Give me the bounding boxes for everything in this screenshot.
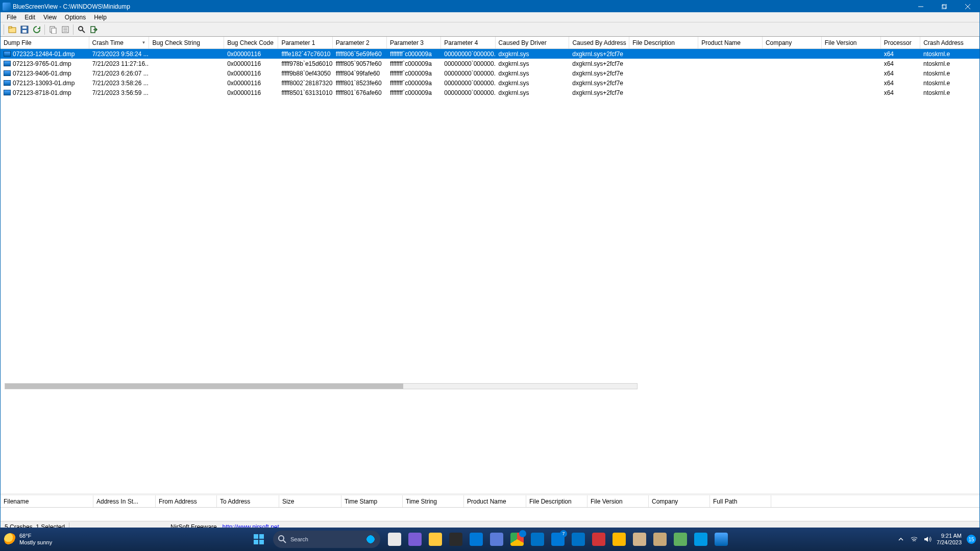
weather-text: 68°F Mostly sunny — [19, 533, 52, 546]
column-header[interactable]: Time String — [403, 495, 464, 507]
menu-edit[interactable]: Edit — [20, 13, 39, 22]
table-row[interactable]: 072123-13093-01.dmp7/21/2023 3:58:26 ...… — [1, 78, 979, 88]
taskbar-calendar[interactable] — [568, 529, 589, 549]
table-cell: ntoskrnl.e — [920, 60, 979, 67]
maximize-button[interactable] — [933, 1, 956, 12]
column-header[interactable]: Time Stamp — [341, 495, 403, 507]
title-bar[interactable]: BlueScreenView - C:\WINDOWS\Minidump — [1, 1, 979, 12]
taskbar-calculator[interactable] — [466, 529, 486, 549]
horizontal-scrollbar[interactable] — [5, 383, 638, 389]
table-cell: fffff9b88`0ef43050 — [278, 70, 332, 77]
notification-icon[interactable]: 15 — [967, 535, 976, 544]
open-button[interactable] — [7, 24, 18, 35]
calculator-icon — [470, 533, 483, 546]
close-button[interactable] — [956, 1, 979, 12]
wifi-icon[interactable] — [910, 535, 918, 543]
taskbar-mail[interactable] — [527, 529, 548, 549]
copy-button[interactable] — [47, 24, 59, 35]
column-header[interactable]: Crash Address — [920, 37, 979, 48]
upper-list-pane[interactable]: Dump FileCrash Time▼Bug Check StringBug … — [1, 37, 979, 493]
column-header[interactable]: Address In St... — [93, 495, 156, 507]
taskbar-get-help[interactable] — [691, 529, 711, 549]
menu-help[interactable]: Help — [90, 13, 111, 22]
column-header[interactable]: Processor — [881, 37, 920, 48]
column-header[interactable]: File Version — [587, 495, 649, 507]
column-header[interactable]: Parameter 4 — [441, 37, 495, 48]
column-header[interactable]: Company — [649, 495, 710, 507]
column-header[interactable]: Product Name — [464, 495, 526, 507]
refresh-button[interactable] — [31, 24, 42, 35]
menu-view[interactable]: View — [39, 13, 61, 22]
column-header[interactable]: Caused By Address — [569, 37, 629, 48]
taskbar-app-tan2[interactable] — [650, 529, 670, 549]
app-yellow-icon — [612, 533, 626, 546]
column-header[interactable]: Bug Check String — [149, 37, 224, 48]
table-cell: ntoskrnl.e — [920, 89, 979, 96]
taskbar-app-yellow[interactable] — [609, 529, 629, 549]
taskbar-phone-link[interactable]: 7 — [548, 529, 568, 549]
taskbar-app-tan1[interactable] — [629, 529, 650, 549]
column-header[interactable]: Parameter 1 — [278, 37, 332, 48]
save-button[interactable] — [19, 24, 30, 35]
taskbar[interactable]: 68°F Mostly sunny Search 7 9:21 AM 7/24/… — [0, 528, 980, 551]
column-header[interactable]: Parameter 3 — [387, 37, 441, 48]
column-header[interactable]: File Description — [526, 495, 587, 507]
svg-rect-2 — [943, 4, 947, 8]
column-header[interactable]: File Version — [822, 37, 881, 48]
find-button[interactable] — [76, 24, 87, 35]
menu-options[interactable]: Options — [61, 13, 90, 22]
taskbar-app-green[interactable] — [670, 529, 691, 549]
table-row[interactable]: 072123-8718-01.dmp7/21/2023 3:56:59 ...0… — [1, 88, 979, 97]
column-header[interactable]: Parameter 2 — [333, 37, 387, 48]
dump-file-icon — [4, 70, 11, 76]
taskbar-file-explorer[interactable] — [425, 529, 446, 549]
column-header[interactable]: Full Path — [710, 495, 771, 507]
taskbar-search[interactable]: Search — [273, 531, 380, 548]
table-cell: dxgkrnl.sys — [496, 89, 570, 96]
badge — [519, 530, 526, 537]
table-row[interactable]: 072123-9406-01.dmp7/21/2023 6:26:07 ...0… — [1, 68, 979, 78]
table-cell: 0x00000116 — [224, 89, 278, 96]
column-header[interactable]: File Description — [629, 37, 698, 48]
column-header[interactable]: Filename — [1, 495, 93, 507]
bing-icon[interactable] — [366, 535, 375, 544]
column-header[interactable]: Company — [763, 37, 822, 48]
properties-button[interactable] — [60, 24, 71, 35]
taskbar-copilot[interactable] — [446, 529, 466, 549]
table-cell: dxgkrnl.sys — [496, 60, 570, 67]
taskbar-app-m[interactable] — [486, 529, 507, 549]
start-button[interactable] — [249, 529, 269, 549]
table-cell: dxgkrnl.sys+2fcf7e — [569, 89, 629, 96]
taskbar-app-red[interactable] — [589, 529, 609, 549]
column-header[interactable]: Bug Check Code — [224, 37, 278, 48]
table-row[interactable]: 072123-9765-01.dmp7/21/2023 11:27:16...0… — [1, 59, 979, 68]
title-app: BlueScreenView — [13, 3, 58, 10]
table-cell: ntoskrnl.e — [920, 51, 979, 58]
column-header[interactable]: Dump File — [1, 37, 89, 48]
scrollbar-thumb[interactable] — [5, 384, 403, 389]
table-cell: 00000000`000000... — [441, 70, 495, 77]
column-header[interactable]: From Address — [156, 495, 217, 507]
menu-file[interactable]: File — [3, 13, 20, 22]
lower-list-pane[interactable]: FilenameAddress In St...From AddressTo A… — [1, 493, 979, 521]
taskbar-task-view[interactable] — [384, 529, 405, 549]
table-row[interactable]: 072323-12484-01.dmp7/23/2023 9:58:24 ...… — [1, 49, 979, 59]
minimize-button[interactable] — [909, 1, 933, 12]
copilot-icon — [449, 533, 462, 546]
tray-chevron-icon[interactable] — [897, 535, 905, 543]
table-cell: fffff804`99fafe60 — [333, 70, 387, 77]
column-header[interactable]: Crash Time▼ — [89, 37, 150, 48]
taskbar-chrome[interactable] — [507, 529, 527, 549]
weather-widget[interactable]: 68°F Mostly sunny — [0, 533, 102, 546]
column-header[interactable]: Product Name — [698, 37, 763, 48]
column-header[interactable]: To Address — [217, 495, 279, 507]
table-cell: 0x00000116 — [224, 70, 278, 77]
volume-icon[interactable] — [923, 535, 932, 543]
column-header[interactable]: Caused By Driver — [496, 37, 570, 48]
taskbar-bluescreenview[interactable] — [711, 529, 731, 549]
exit-button[interactable] — [88, 24, 100, 35]
taskbar-clock[interactable]: 9:21 AM 7/24/2023 — [937, 533, 962, 546]
column-header[interactable]: Size — [279, 495, 341, 507]
table-cell: 7/21/2023 6:26:07 ... — [89, 70, 150, 77]
taskbar-chat[interactable] — [405, 529, 425, 549]
